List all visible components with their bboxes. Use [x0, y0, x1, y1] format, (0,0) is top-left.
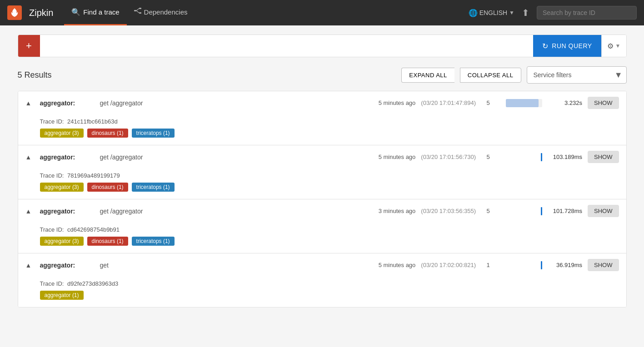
trace-detail-row: Trace ID: 241c11fbc661b63d aggregator (3…	[18, 114, 626, 145]
trace-summary-row[interactable]: ▲ aggregator: get /aggregator 5 minutes …	[18, 91, 626, 114]
nav-find-trace[interactable]: 🔍 Find a trace	[64, 0, 126, 25]
nav-dependencies[interactable]: Dependencies	[127, 0, 195, 25]
tag-aggregator: aggregator (3)	[40, 129, 84, 138]
search-trace-input[interactable]	[537, 6, 637, 20]
trace-id-value: 781969a489199179	[67, 172, 120, 179]
trace-spans: 1	[481, 262, 495, 268]
tag-dinosaurs: dinosaurs (1)	[87, 129, 128, 138]
trace-duration: 101.728ms	[546, 208, 582, 214]
trace-duration: 36.919ms	[546, 262, 582, 268]
tag-triceratops: triceratops (1)	[132, 237, 175, 246]
search-icon: 🔍	[71, 8, 80, 16]
trace-endpoint: get /aggregator	[100, 99, 373, 107]
settings-button[interactable]: ⚙ ▼	[601, 35, 626, 57]
chevron-up-icon: ▲	[25, 154, 35, 161]
trace-detail-row: Trace ID: d92fe273d83963d3 aggregator (1…	[18, 277, 626, 307]
app-brand: Zipkin	[29, 8, 53, 18]
chevron-up-icon: ▲	[25, 262, 35, 269]
trace-summary-row[interactable]: ▲ aggregator: get /aggregator 5 minutes …	[18, 145, 626, 169]
trace-tags: aggregator (1)	[40, 291, 619, 300]
trace-timestamp: (03/20 17:01:56:730)	[421, 154, 476, 160]
refresh-icon: ↻	[542, 42, 549, 50]
trace-timestamp: (03/20 17:03:56:355)	[421, 208, 476, 214]
trace-id-prefix: Trace ID:	[40, 118, 64, 125]
trace-duration-container: 101.728ms	[500, 207, 582, 215]
trace-id-value: 241c11fbc661b63d	[67, 118, 118, 125]
query-bar: + ↻ RUN QUERY ⚙ ▼	[18, 35, 627, 57]
trace-item: ▲ aggregator: get /aggregator 5 minutes …	[18, 145, 626, 199]
tag-triceratops: triceratops (1)	[132, 183, 175, 192]
language-label: ENGLISH	[479, 9, 507, 16]
trace-endpoint: get	[100, 262, 373, 269]
trace-detail-row: Trace ID: 781969a489199179 aggregator (3…	[18, 169, 626, 199]
trace-spans: 5	[481, 99, 495, 106]
trace-tags: aggregator (3) dinosaurs (1) triceratops…	[40, 183, 619, 192]
navbar-right: 🌐 ENGLISH ▼ ⬆	[469, 5, 637, 20]
trace-bar-thin	[541, 261, 542, 269]
trace-summary-row[interactable]: ▲ aggregator: get /aggregator 3 minutes …	[18, 199, 626, 223]
language-selector[interactable]: 🌐 ENGLISH ▼	[469, 9, 514, 17]
service-filter-dropdown[interactable]: Service filters ▼	[527, 66, 627, 84]
service-filter-label: Service filters	[534, 71, 614, 79]
add-filter-button[interactable]: +	[18, 35, 40, 57]
trace-item: ▲ aggregator: get 5 minutes ago (03/20 1…	[18, 253, 626, 307]
trace-duration-container: 36.919ms	[500, 261, 582, 269]
tag-dinosaurs: dinosaurs (1)	[87, 183, 128, 192]
trace-id-label: Trace ID: d92fe273d83963d3	[40, 280, 619, 287]
tag-aggregator: aggregator (3)	[40, 237, 84, 246]
trace-time-ago: 5 minutes ago	[379, 262, 416, 268]
navbar: Zipkin 🔍 Find a trace Dependencies 🌐 ENG…	[0, 0, 644, 25]
run-query-button[interactable]: ↻ RUN QUERY	[533, 35, 601, 57]
svg-line-3	[136, 8, 139, 10]
chevron-down-icon: ▼	[509, 10, 514, 16]
chevron-up-icon: ▲	[25, 208, 35, 215]
main-content: + ↻ RUN QUERY ⚙ ▼ 5 Results EXPAND ALL C…	[9, 25, 636, 317]
trace-detail-row: Trace ID: cd642698754b9b91 aggregator (3…	[18, 223, 626, 253]
expand-all-button[interactable]: EXPAND ALL	[401, 68, 454, 83]
trace-timestamp: (03/20 17:02:00:821)	[421, 262, 476, 268]
svg-rect-2	[139, 12, 141, 14]
trace-id-label: Trace ID: 241c11fbc661b63d	[40, 118, 619, 125]
trace-id-prefix: Trace ID:	[40, 226, 64, 233]
trace-timestamp: (03/20 17:01:47:894)	[421, 99, 476, 106]
trace-summary-row[interactable]: ▲ aggregator: get 5 minutes ago (03/20 1…	[18, 253, 626, 277]
trace-duration-container: 103.189ms	[500, 153, 582, 161]
run-query-label: RUN QUERY	[552, 42, 592, 50]
app-logo	[7, 5, 22, 20]
show-button[interactable]: SHOW	[588, 205, 619, 217]
trace-service: aggregator:	[40, 154, 95, 161]
trace-id-value: cd642698754b9b91	[67, 226, 120, 233]
trace-id-prefix: Trace ID:	[40, 172, 64, 179]
trace-time-ago: 5 minutes ago	[379, 154, 416, 160]
chevron-up-icon: ▲	[25, 99, 35, 107]
chevron-down-icon-settings: ▼	[615, 43, 621, 49]
trace-service: aggregator:	[40, 208, 95, 215]
upload-button[interactable]: ⬆	[520, 5, 531, 20]
trace-tags: aggregator (3) dinosaurs (1) triceratops…	[40, 129, 619, 138]
tag-aggregator: aggregator (1)	[40, 291, 84, 300]
trace-bar-thin	[541, 207, 542, 215]
trace-endpoint: get /aggregator	[100, 208, 373, 215]
trace-item: ▲ aggregator: get /aggregator 5 minutes …	[18, 91, 626, 145]
show-button[interactable]: SHOW	[588, 151, 619, 163]
trace-tags: aggregator (3) dinosaurs (1) triceratops…	[40, 237, 619, 246]
collapse-all-button[interactable]: COLLAPSE ALL	[460, 68, 521, 83]
nav-find-trace-label: Find a trace	[83, 8, 119, 16]
trace-time-ago: 5 minutes ago	[379, 99, 416, 106]
trace-item: ▲ aggregator: get /aggregator 3 minutes …	[18, 199, 626, 253]
show-button[interactable]: SHOW	[588, 259, 619, 271]
trace-id-label: Trace ID: 781969a489199179	[40, 172, 619, 179]
trace-bar-thin	[541, 153, 542, 161]
trace-duration: 3.232s	[546, 99, 582, 106]
show-button[interactable]: SHOW	[588, 97, 619, 109]
trace-id-value: d92fe273d83963d3	[67, 280, 118, 287]
trace-endpoint: get /aggregator	[100, 154, 373, 161]
trace-spans: 5	[481, 154, 495, 160]
trace-duration: 103.189ms	[546, 154, 582, 160]
query-input-area	[40, 35, 533, 57]
tag-aggregator: aggregator (3)	[40, 183, 84, 192]
gear-icon: ⚙	[607, 42, 614, 50]
svg-line-4	[136, 10, 139, 13]
tag-dinosaurs: dinosaurs (1)	[87, 237, 128, 246]
chevron-down-icon-filter: ▼	[614, 70, 623, 80]
